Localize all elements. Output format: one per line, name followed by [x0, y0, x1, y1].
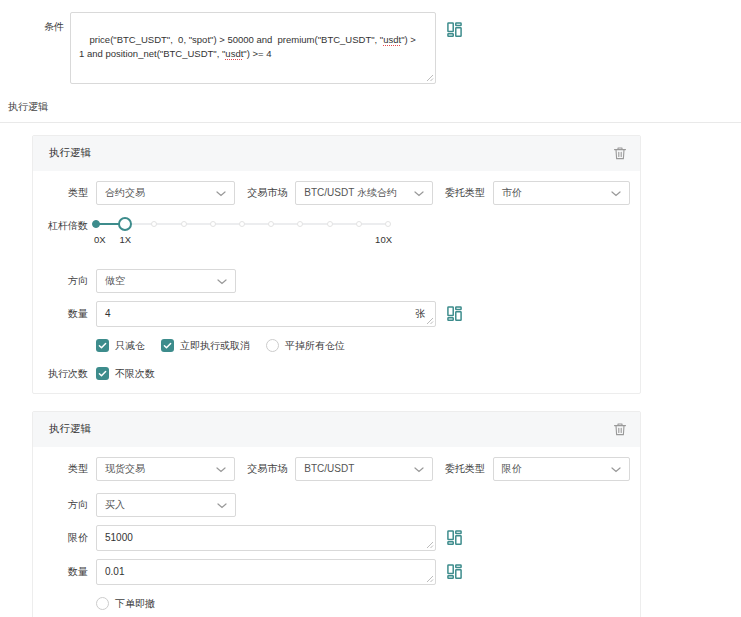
chevron-down-icon: [216, 467, 226, 473]
type-select[interactable]: 现货交易: [96, 457, 235, 481]
trash-icon: [613, 146, 627, 160]
direction-select[interactable]: 做空: [96, 269, 236, 293]
card-title: 执行逻辑: [49, 146, 91, 160]
checkbox-checked-icon: [96, 339, 109, 352]
checkbox-checked-icon: [161, 339, 174, 352]
slider-dot: [210, 221, 216, 227]
card-title: 执行逻辑: [49, 422, 91, 436]
market-select-value: BTC/USDT 永续合约: [304, 186, 397, 200]
leverage-max-label: 10X: [375, 234, 392, 245]
exec-count-label: 执行次数: [48, 367, 88, 381]
resize-handle-icon: [426, 575, 434, 583]
checkbox-label: 不限次数: [115, 367, 155, 381]
type-label: 类型: [48, 462, 88, 476]
checkbox-reduce-only[interactable]: 只减仓: [96, 339, 145, 353]
market-select[interactable]: BTC/USDT: [295, 457, 432, 481]
delete-card-button[interactable]: [613, 146, 627, 160]
quantity-input[interactable]: 4 张: [96, 301, 436, 327]
type-label: 类型: [48, 186, 88, 200]
execution-logic-card-1: 执行逻辑 类型 合约交易 交易市场 BTC/USDT 永续合约 委托类型 市价 …: [32, 135, 641, 394]
chevron-down-icon: [217, 279, 227, 285]
direction-label: 方向: [48, 498, 88, 512]
card-body: 类型 合约交易 交易市场 BTC/USDT 永续合约 委托类型 市价 杠杆倍数: [33, 171, 640, 393]
slider-dot: [181, 221, 187, 227]
card-header: 执行逻辑: [33, 412, 640, 447]
delete-card-button[interactable]: [613, 422, 627, 436]
slider-dot: [327, 221, 333, 227]
quantity-block-editor-button[interactable]: [446, 563, 463, 580]
limit-price-block-editor-button[interactable]: [446, 529, 463, 546]
checkbox-cancel-after-order[interactable]: 下单即撤: [96, 597, 155, 611]
leverage-value-label: 1X: [119, 234, 131, 245]
leverage-slider-handle[interactable]: [118, 217, 132, 231]
slider-dot: [385, 221, 391, 227]
quantity-unit: 张: [415, 307, 425, 321]
market-label: 交易市场: [247, 462, 287, 476]
checkbox-label: 只减仓: [115, 339, 145, 353]
market-select[interactable]: BTC/USDT 永续合约: [295, 181, 432, 205]
type-select-value: 合约交易: [105, 186, 145, 200]
slider-dot: [239, 221, 245, 227]
order-type-select[interactable]: 限价: [493, 457, 630, 481]
checkbox-unchecked-icon: [96, 597, 109, 610]
blocks-icon: [446, 21, 463, 38]
limit-price-label: 限价: [48, 531, 88, 545]
condition-input[interactable]: price("BTC_USDT", 0, "spot") > 50000 and…: [70, 12, 436, 84]
leverage-slider[interactable]: 0X 1X 10X: [96, 217, 388, 247]
checkbox-label: 平掉所有仓位: [285, 339, 345, 353]
checkbox-checked-icon: [96, 367, 109, 380]
quantity-block-editor-button[interactable]: [446, 305, 463, 322]
chevron-down-icon: [414, 467, 424, 473]
checkbox-ioc[interactable]: 立即执行或取消: [161, 339, 250, 353]
condition-block-editor-button[interactable]: [446, 21, 463, 38]
slider-dot: [92, 220, 100, 228]
resize-handle-icon: [426, 541, 434, 549]
resize-handle-icon: [426, 74, 434, 82]
chevron-down-icon: [611, 467, 621, 473]
direction-select-value: 做空: [105, 274, 125, 288]
checkbox-unchecked-icon: [266, 339, 279, 352]
type-select-value: 现货交易: [105, 462, 145, 476]
quantity-label: 数量: [48, 565, 88, 579]
order-type-select[interactable]: 市价: [493, 181, 630, 205]
slider-dot: [297, 221, 303, 227]
checkbox-unlimited-times[interactable]: 不限次数: [96, 367, 155, 381]
condition-row: 条件 price("BTC_USDT", 0, "spot") > 50000 …: [0, 0, 741, 84]
section-title: 执行逻辑: [8, 100, 741, 114]
market-label: 交易市场: [247, 186, 287, 200]
blocks-icon: [446, 563, 463, 580]
condition-label: 条件: [0, 12, 64, 34]
execution-logic-card-2: 执行逻辑 类型 现货交易 交易市场 BTC/USDT 委托类型 限价 方向: [32, 411, 641, 617]
slider-dot: [268, 221, 274, 227]
order-type-select-value: 限价: [502, 462, 522, 476]
section-divider: [0, 122, 741, 123]
card-header: 执行逻辑: [33, 136, 640, 171]
quantity-value: 0.01: [105, 566, 124, 577]
leverage-label: 杠杆倍数: [48, 215, 88, 233]
chevron-down-icon: [217, 503, 227, 509]
direction-select[interactable]: 买入: [96, 493, 236, 517]
checkbox-label: 下单即撤: [115, 597, 155, 611]
limit-price-value: 51000: [105, 532, 133, 543]
quantity-label: 数量: [48, 307, 88, 321]
chevron-down-icon: [611, 191, 621, 197]
quantity-input[interactable]: 0.01: [96, 559, 436, 585]
trash-icon: [613, 422, 627, 436]
type-select[interactable]: 合约交易: [96, 181, 235, 205]
market-select-value: BTC/USDT: [304, 463, 354, 474]
checkbox-close-all-positions[interactable]: 平掉所有仓位: [266, 339, 345, 353]
order-type-label: 委托类型: [445, 186, 485, 200]
direction-label: 方向: [48, 274, 88, 288]
card-body: 类型 现货交易 交易市场 BTC/USDT 委托类型 限价 方向 买入: [33, 447, 640, 617]
slider-dot: [356, 221, 362, 227]
quantity-value: 4: [105, 308, 111, 319]
slider-dot: [151, 221, 157, 227]
order-type-label: 委托类型: [445, 462, 485, 476]
blocks-icon: [446, 305, 463, 322]
blocks-icon: [446, 529, 463, 546]
resize-handle-icon: [426, 317, 434, 325]
checkbox-label: 立即执行或取消: [180, 339, 250, 353]
chevron-down-icon: [216, 191, 226, 197]
direction-select-value: 买入: [105, 498, 125, 512]
limit-price-input[interactable]: 51000: [96, 525, 436, 551]
